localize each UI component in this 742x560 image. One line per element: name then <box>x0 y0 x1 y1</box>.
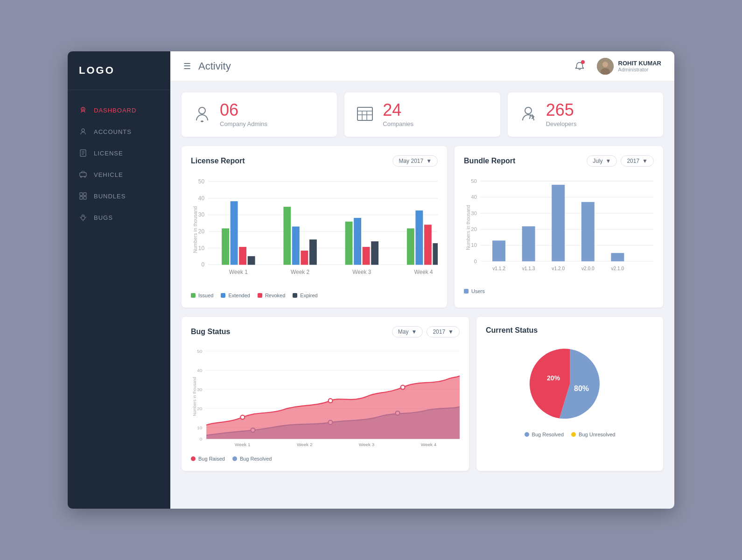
legend-issued: Issued <box>191 293 213 298</box>
sidebar-item-bugs-label: BUGS <box>94 214 113 221</box>
sidebar-item-license[interactable]: LICENSE <box>68 142 170 164</box>
license-chart-filter: May 2017 ▼ <box>392 155 438 167</box>
legend-color-issued <box>191 293 196 298</box>
svg-rect-45 <box>239 247 246 265</box>
user-profile[interactable]: ROHIT KUMAR Administrator <box>597 58 661 75</box>
bug-line-chart: 50 40 30 20 10 0 Numbers in thousand <box>191 345 460 448</box>
svg-point-1 <box>83 109 84 110</box>
svg-text:Week 2: Week 2 <box>297 442 313 447</box>
svg-text:v2.1.0: v2.1.0 <box>611 266 624 271</box>
svg-point-19 <box>602 62 608 67</box>
svg-point-102 <box>240 415 245 420</box>
legend-users: Users <box>464 288 485 294</box>
user-role: Administrator <box>618 67 661 72</box>
notification-bell[interactable] <box>572 58 588 74</box>
sidebar-item-accounts-label: ACCOUNTS <box>94 128 132 135</box>
svg-line-15 <box>80 217 81 218</box>
svg-text:40: 40 <box>471 194 477 200</box>
sidebar-item-dashboard[interactable]: DASHBOARD <box>68 99 170 121</box>
svg-point-104 <box>401 385 405 389</box>
accounts-icon <box>79 127 87 136</box>
svg-rect-13 <box>84 196 86 199</box>
stat-value-admins: 06 <box>220 102 267 119</box>
main-area: ☰ Activity <box>170 51 674 509</box>
svg-rect-43 <box>222 228 229 265</box>
app-container: LOGO DASHBOARD <box>68 51 674 509</box>
sidebar-item-license-label: LICENSE <box>94 150 123 157</box>
bug-chart-legend: Bug Raised Bug Resolved <box>191 456 460 462</box>
svg-text:30: 30 <box>198 211 205 218</box>
sidebar-item-accounts[interactable]: ACCOUNTS <box>68 121 170 142</box>
svg-point-9 <box>84 176 86 178</box>
license-chart-title: License Report <box>191 157 245 165</box>
svg-rect-24 <box>357 107 372 120</box>
svg-text:v2.0.0: v2.0.0 <box>581 266 595 271</box>
svg-text:0: 0 <box>201 261 204 268</box>
stat-card-developers: 265 Developers <box>508 92 663 137</box>
current-status-card: Current Status 20% 80% <box>476 317 663 471</box>
bundle-chart-legend: Users <box>464 288 654 294</box>
vehicle-icon <box>79 170 87 179</box>
bug-month-filter[interactable]: May ▼ <box>392 326 423 337</box>
svg-rect-49 <box>301 251 308 265</box>
svg-rect-57 <box>424 224 432 265</box>
bug-chart-header: Bug Status May ▼ 2017 ▼ <box>191 326 460 337</box>
user-name: ROHIT KUMAR <box>618 60 661 67</box>
legend-color-expired <box>293 293 297 298</box>
stat-card-admins: 06 Company Admins <box>182 92 337 137</box>
legend-color-users <box>464 289 469 294</box>
svg-rect-48 <box>292 226 300 265</box>
stat-info-admins: 06 Company Admins <box>220 102 267 127</box>
charts-row-1: License Report May 2017 ▼ 50 40 <box>182 146 663 308</box>
companies-icon <box>356 105 374 125</box>
sidebar-item-vehicle[interactable]: VEHICLE <box>68 164 170 185</box>
logo: LOGO <box>68 51 170 90</box>
svg-rect-52 <box>354 218 361 265</box>
content: 06 Company Admins <box>170 81 674 509</box>
svg-text:0: 0 <box>200 436 203 441</box>
svg-text:20: 20 <box>471 226 477 232</box>
svg-text:Week 3: Week 3 <box>359 442 375 447</box>
svg-rect-46 <box>248 256 255 265</box>
bundle-bar-chart: 50 40 30 20 10 0 Numbers in thousand <box>464 174 654 281</box>
bug-chart-filter: May ▼ 2017 ▼ <box>392 326 460 337</box>
sidebar-item-bundles[interactable]: BUNDLES <box>68 185 170 207</box>
stat-info-companies: 24 Companies <box>383 102 413 127</box>
svg-text:Week 1: Week 1 <box>229 269 248 275</box>
current-status-legend: Bug Resolved Bug Unresolved <box>486 432 654 437</box>
stat-label-admins: Company Admins <box>220 120 267 127</box>
svg-rect-50 <box>309 239 317 265</box>
bottom-row: Bug Status May ▼ 2017 ▼ <box>182 317 663 471</box>
bundle-chart-title: Bundle Report <box>464 157 515 165</box>
bundle-year-filter[interactable]: 2017 ▼ <box>621 155 654 167</box>
license-month-filter[interactable]: May 2017 ▼ <box>392 155 438 167</box>
svg-rect-58 <box>433 243 438 265</box>
svg-point-21 <box>199 107 205 114</box>
current-status-header: Current Status <box>486 326 654 335</box>
bundle-chart-filter: July ▼ 2017 ▼ <box>587 155 654 167</box>
legend-color-bug-raised <box>191 456 196 461</box>
svg-text:Week 1: Week 1 <box>235 442 251 447</box>
menu-icon[interactable]: ☰ <box>183 61 191 71</box>
svg-point-14 <box>81 216 85 220</box>
bug-year-filter[interactable]: 2017 ▼ <box>427 326 460 337</box>
svg-point-29 <box>525 107 532 114</box>
svg-text:20: 20 <box>198 228 205 235</box>
svg-text:Numbers in thousand: Numbers in thousand <box>192 377 197 416</box>
bundle-month-filter[interactable]: July ▼ <box>587 155 617 167</box>
svg-rect-79 <box>581 202 595 261</box>
developers-icon <box>519 105 538 125</box>
stat-label-companies: Companies <box>383 120 413 127</box>
bug-chart-title: Bug Status <box>191 328 230 336</box>
legend-extended: Extended <box>221 293 250 298</box>
legend-bug-unresolved-pie: Bug Unresolved <box>571 432 615 437</box>
svg-text:Numbers in thousand: Numbers in thousand <box>192 206 198 253</box>
svg-point-8 <box>81 176 82 178</box>
legend-bug-raised: Bug Raised <box>191 456 225 462</box>
legend-color-unresolved-pie <box>571 432 576 437</box>
svg-rect-77 <box>522 226 535 261</box>
svg-text:20%: 20% <box>547 374 560 382</box>
svg-rect-80 <box>611 253 624 261</box>
svg-rect-10 <box>80 193 83 196</box>
sidebar-item-bugs[interactable]: BUGS <box>68 207 170 228</box>
